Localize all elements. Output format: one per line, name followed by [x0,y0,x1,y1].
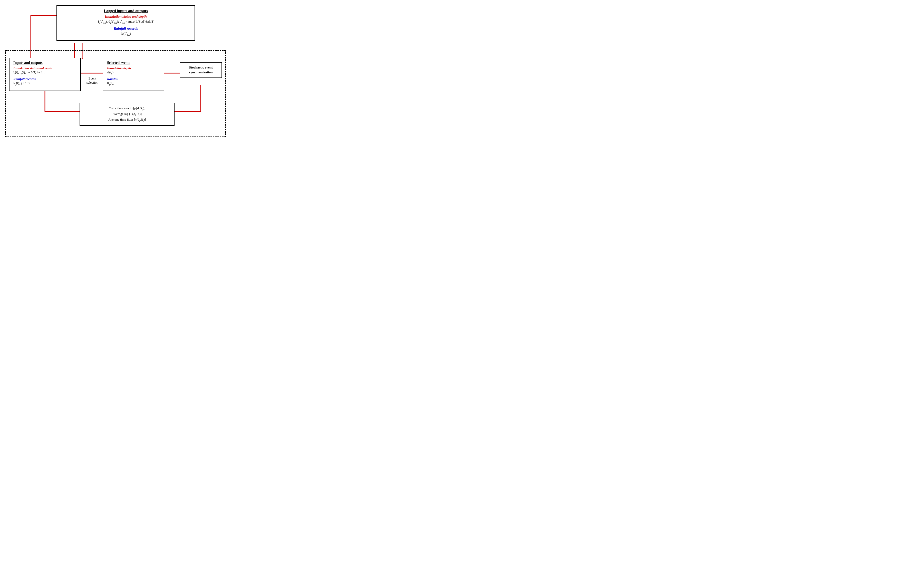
stochastic-box: Stochastic event synchronization [180,62,222,78]
coincidence-line3: Average time jitter [τ(di,Rj)] [85,117,170,123]
selected-red-formula: di(td) [107,70,160,75]
inputs-blue-label: Rainfall records [13,77,77,81]
inputs-red-label: Inundation status and depth [13,66,77,70]
selected-blue-label: Rainfall [107,77,160,81]
selected-events-box: Selected events Inundation depth di(td) … [102,58,164,91]
stochastic-line1: Stochastic event [189,66,213,69]
lagged-blue-formula: Rj(tRlag) [62,31,189,36]
inputs-blue-formula: Rj(t); j = 1:m [13,81,77,86]
inputs-outputs-box: Inputs and outputs Inundation status and… [9,58,81,91]
coincidence-line2: Average lag [L(di,Rj)] [85,111,170,117]
lagged-inputs-title: Lagged inputs and outputs [62,9,189,13]
lagged-red-formula: Ii(tdlag), di(tdlag); tdlag = max{L(Si,d… [62,19,189,24]
lagged-red-label: Inundation status and depth [62,14,189,19]
lagged-blue-label: Rainfall records [62,27,189,31]
selected-events-title: Selected events [107,61,160,65]
diagram-container: Lagged inputs and outputs Inundation sta… [5,5,226,139]
stochastic-line2: synchronization [189,70,213,74]
event-selection-label: Event selection [83,77,101,85]
inputs-outputs-title: Inputs and outputs [13,61,77,65]
inputs-red-formula: Ii(t), di(t); t = 0:T, i = 1:n [13,70,77,75]
coincidence-box: Coincidence ratio [ρ(di,Rj)] Average lag… [80,102,175,126]
selected-blue-formula: Rj(tR) [107,81,160,86]
selected-red-label: Inundation depth [107,66,160,70]
coincidence-line1: Coincidence ratio [ρ(di,Rj)] [85,106,170,111]
lagged-inputs-box: Lagged inputs and outputs Inundation sta… [56,5,195,41]
